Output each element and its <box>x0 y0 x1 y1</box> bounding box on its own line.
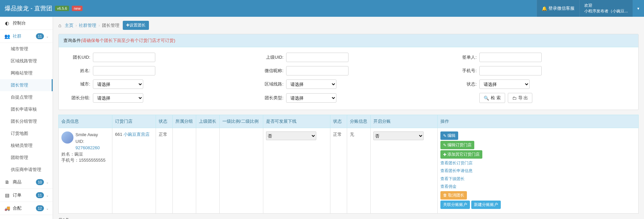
phone-label: 手机号： <box>61 158 79 163</box>
th-action: 操作 <box>438 115 639 128</box>
chevron-down-icon: ⌄ <box>46 207 49 210</box>
member-phone: 15555555555 <box>79 158 106 163</box>
breadcrumb-sep: › <box>98 23 100 28</box>
input-name[interactable] <box>93 66 155 75</box>
edit-shop-button[interactable]: ✎编辑订货门店 <box>440 141 474 149</box>
cell-parent <box>196 128 220 214</box>
table-row: Smile Away UID: 9276082260 姓名：豌豆 手机号：155… <box>59 128 639 214</box>
breadcrumb-l2: 团长管理 <box>102 22 119 29</box>
home-icon[interactable]: ⌂ <box>58 22 61 28</box>
results-table: 会员信息 订货门店 状态 所属分组 上级团长 一级比例/二级比例 是否可发展下线… <box>58 115 639 214</box>
table-header-row: 会员信息 订货门店 状态 所属分组 上级团长 一级比例/二级比例 是否可发展下线… <box>59 115 639 128</box>
select-route[interactable]: 请选择 <box>286 79 336 89</box>
label-group: 团长分组: <box>65 95 93 101</box>
sidebar-sub-helper[interactable]: 团助管理 <box>0 152 53 164</box>
sidebar-sub-apply[interactable]: 团长申请审核 <box>0 103 53 115</box>
new-split-button[interactable]: 新建分账账户 <box>471 201 501 209</box>
select-develop[interactable]: 否 <box>266 131 316 140</box>
pencil-icon: ✎ <box>443 143 446 148</box>
view-commission-link[interactable]: 查看佣金 <box>440 183 636 190</box>
user-menu-caret[interactable]: ▼ <box>633 0 644 17</box>
input-phone[interactable] <box>479 66 542 75</box>
select-group[interactable]: 请选择 <box>93 93 143 103</box>
cell-shop: 661 小豌豆直营店 <box>112 128 156 214</box>
sidebar: ◐ 控制台 👥 社群 11 ⌄ 城市管理 区域线路管理 网格站管理 团长管理 自… <box>0 17 53 219</box>
input-signer[interactable] <box>479 53 542 62</box>
cell-develop: 否 <box>263 128 330 214</box>
sidebar-community-subitems: 城市管理 区域线路管理 网格站管理 团长管理 自提点管理 团长申请审核 团长分组… <box>0 43 53 176</box>
header-right: 🔔 登录微信客服 欢迎 小程序发布者（小豌豆... ▼ <box>537 0 644 17</box>
wechat-service-button[interactable]: 🔔 登录微信客服 <box>537 0 579 17</box>
sidebar-item-orders[interactable]: ▤ 订单 11 ⌄ <box>0 189 53 202</box>
cell-split: 否 <box>371 128 438 214</box>
trash-icon: 🗑 <box>443 193 447 198</box>
user-name: 小程序发布者（小豌豆... <box>584 8 628 14</box>
name-label: 姓名： <box>61 152 74 157</box>
select-city[interactable]: 请选择 <box>93 79 143 89</box>
sidebar-sub-supplier[interactable]: 供应商申请管理 <box>0 164 53 176</box>
chevron-down-icon: ⌄ <box>46 35 49 38</box>
cancel-leader-button[interactable]: 🗑取消团长 <box>440 191 467 200</box>
sidebar-item-goods[interactable]: 🗎 商品 10 ⌄ <box>0 176 53 189</box>
sidebar-console-label: 控制台 <box>13 20 49 26</box>
label-city: 城市: <box>65 81 93 87</box>
th-splitinfo: 分账信息 <box>347 115 371 128</box>
sidebar-item-community[interactable]: 👥 社群 11 ⌄ <box>0 30 53 43</box>
chevron-down-icon: ⌄ <box>46 194 49 197</box>
input-nickname[interactable] <box>286 66 348 75</box>
cell-group <box>173 128 196 214</box>
view-shops-link[interactable]: 查看团长订货门店 <box>440 160 636 166</box>
search-panel: 查询条件(请确保每个团长下面至少有个订货门店才可订货) 团长UID: 上级UID… <box>58 34 639 110</box>
edit-button[interactable]: ✎编辑 <box>440 131 458 140</box>
select-split[interactable]: 否 <box>373 131 424 140</box>
assoc-split-button[interactable]: 关联分账账户 <box>440 201 470 209</box>
sidebar-orders-badge: 11 <box>36 192 44 198</box>
sidebar-sub-pickup[interactable]: 自提点管理 <box>0 91 53 103</box>
sidebar-sub-map[interactable]: 订货地图 <box>0 127 53 140</box>
sidebar-goods-badge: 10 <box>36 179 44 185</box>
label-nickname: 微信昵称: <box>259 68 286 74</box>
sidebar-sub-group[interactable]: 团长分组管理 <box>0 115 53 127</box>
search-warning: (请确保每个团长下面至少有个订货门店才可订货) <box>81 38 175 43</box>
sidebar-orders-label: 订单 <box>13 192 36 198</box>
chevron-down-icon: ⌄ <box>46 180 49 184</box>
th-parent: 上级团长 <box>196 115 220 128</box>
add-shop-button[interactable]: ✚添加其它订货门店 <box>440 150 482 159</box>
sidebar-sub-verify[interactable]: 核销员管理 <box>0 140 53 152</box>
select-type[interactable]: 请选择 <box>286 93 336 103</box>
select-status[interactable]: 请选择 <box>479 79 530 89</box>
cell-actions: ✎编辑 ✎编辑订货门店 ✚添加其它订货门店 查看团长订货门店 查看团长申请信息 … <box>438 128 639 214</box>
sidebar-sub-grid[interactable]: 网格站管理 <box>0 67 53 79</box>
sidebar-sub-route[interactable]: 区域线路管理 <box>0 55 53 67</box>
file-icon: 🗎 <box>4 179 10 185</box>
user-menu[interactable]: 欢迎 小程序发布者（小豌豆... <box>579 0 633 17</box>
breadcrumb-sep: › <box>75 23 77 28</box>
breadcrumb-home[interactable]: 主页 <box>65 22 73 29</box>
member-uid-link[interactable]: 9276082260 <box>75 145 100 150</box>
view-apply-link[interactable]: 查看团长申请信息 <box>440 167 636 174</box>
th-group: 所属分组 <box>173 115 196 128</box>
th-ratio: 一级比例/二级比例 <box>220 115 263 128</box>
search-button[interactable]: 🔍检 索 <box>479 93 505 103</box>
sidebar-sub-leader[interactable]: 团长管理 <box>0 79 53 91</box>
brand-title: 爆品接龙 - 直营团 <box>5 4 52 12</box>
th-split: 开启分账 <box>371 115 438 128</box>
sidebar-item-dist[interactable]: 🚚 合配 12 ⌄ <box>0 202 53 215</box>
sidebar-sub-city[interactable]: 城市管理 <box>0 43 53 55</box>
export-button[interactable]: 🗀导 出 <box>508 93 533 103</box>
label-route: 区域线路: <box>259 81 286 87</box>
dashboard-icon: ◐ <box>4 20 10 26</box>
shop-link[interactable]: 小豌豆直营店 <box>123 132 150 137</box>
set-leader-button[interactable]: ✚设置团长 <box>123 21 149 30</box>
input-parent-uid[interactable] <box>286 53 348 62</box>
sidebar-item-console[interactable]: ◐ 控制台 <box>0 17 53 30</box>
plus-icon: ✚ <box>126 23 129 28</box>
input-uid[interactable] <box>93 53 155 62</box>
plus-icon: ✚ <box>443 152 446 157</box>
breadcrumb-l1[interactable]: 社群管理 <box>79 22 96 29</box>
sidebar-dist-label: 合配 <box>13 205 36 211</box>
export-button-label: 导 出 <box>518 95 528 101</box>
view-sub-link[interactable]: 查看下级团长 <box>440 175 636 182</box>
users-icon: 👥 <box>4 34 10 39</box>
uid-label: UID: <box>75 139 84 144</box>
